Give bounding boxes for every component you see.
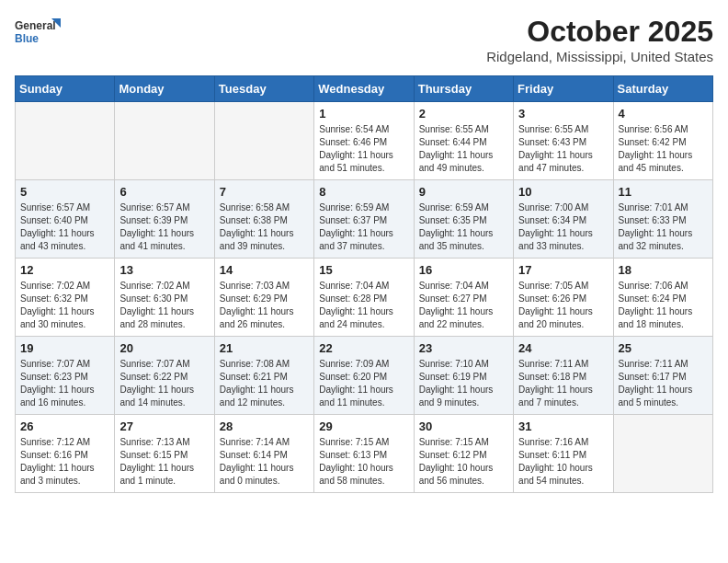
weekday-header-monday: Monday [115,76,214,102]
day-number: 26 [20,419,109,433]
week-row-2: 5Sunrise: 6:57 AM Sunset: 6:40 PM Daylig… [16,180,713,259]
calendar-cell: 4Sunrise: 6:56 AM Sunset: 6:42 PM Daylig… [613,102,712,180]
day-number: 4 [619,107,708,121]
day-info: Sunrise: 7:12 AM Sunset: 6:16 PM Dayligh… [20,436,109,488]
day-info: Sunrise: 7:11 AM Sunset: 6:17 PM Dayligh… [619,358,708,409]
calendar-cell: 18Sunrise: 7:06 AM Sunset: 6:24 PM Dayli… [613,259,712,337]
day-number: 20 [119,341,209,355]
day-number: 24 [518,341,608,355]
calendar-cell: 22Sunrise: 7:09 AM Sunset: 6:20 PM Dayli… [314,337,414,415]
day-info: Sunrise: 7:09 AM Sunset: 6:20 PM Dayligh… [319,358,408,409]
weekday-header-friday: Friday [514,76,613,102]
day-number: 10 [518,185,608,199]
day-info: Sunrise: 7:13 AM Sunset: 6:15 PM Dayligh… [119,436,209,488]
day-info: Sunrise: 7:02 AM Sunset: 6:30 PM Dayligh… [119,280,209,331]
day-info: Sunrise: 7:03 AM Sunset: 6:29 PM Dayligh… [220,280,309,331]
day-info: Sunrise: 6:58 AM Sunset: 6:38 PM Dayligh… [220,201,309,253]
day-number: 5 [20,185,109,199]
day-info: Sunrise: 7:07 AM Sunset: 6:23 PM Dayligh… [20,358,109,409]
logo-icon: General Blue [15,15,61,50]
calendar-cell: 14Sunrise: 7:03 AM Sunset: 6:29 PM Dayli… [214,259,313,337]
calendar-cell [115,102,214,180]
page-header: General Blue October 2025 Ridgeland, Mis… [15,15,713,64]
calendar-cell: 25Sunrise: 7:11 AM Sunset: 6:17 PM Dayli… [613,337,712,415]
day-info: Sunrise: 7:15 AM Sunset: 6:12 PM Dayligh… [419,436,508,488]
day-number: 1 [319,107,408,121]
weekday-header-thursday: Thursday [414,76,513,102]
calendar-table: SundayMondayTuesdayWednesdayThursdayFrid… [15,75,713,493]
day-number: 22 [319,341,408,355]
calendar-cell: 2Sunrise: 6:55 AM Sunset: 6:44 PM Daylig… [414,102,513,180]
calendar-cell: 26Sunrise: 7:12 AM Sunset: 6:16 PM Dayli… [16,415,115,493]
day-info: Sunrise: 6:56 AM Sunset: 6:42 PM Dayligh… [619,123,708,175]
calendar-title: October 2025 [486,15,713,49]
calendar-cell: 5Sunrise: 6:57 AM Sunset: 6:40 PM Daylig… [16,180,115,259]
day-number: 16 [419,263,508,277]
day-number: 9 [419,185,508,199]
day-number: 29 [319,419,408,433]
day-info: Sunrise: 7:16 AM Sunset: 6:11 PM Dayligh… [518,436,608,488]
calendar-subtitle: Ridgeland, Mississippi, United States [486,49,713,64]
calendar-cell: 13Sunrise: 7:02 AM Sunset: 6:30 PM Dayli… [115,259,214,337]
day-number: 11 [619,185,708,199]
day-number: 25 [619,341,708,355]
calendar-cell: 29Sunrise: 7:15 AM Sunset: 6:13 PM Dayli… [314,415,414,493]
calendar-cell: 17Sunrise: 7:05 AM Sunset: 6:26 PM Dayli… [514,259,613,337]
title-area: October 2025 Ridgeland, Mississippi, Uni… [486,15,713,64]
day-info: Sunrise: 6:57 AM Sunset: 6:40 PM Dayligh… [20,201,109,253]
day-number: 28 [220,419,309,433]
day-number: 27 [119,419,209,433]
day-info: Sunrise: 6:57 AM Sunset: 6:39 PM Dayligh… [119,201,209,253]
day-info: Sunrise: 7:11 AM Sunset: 6:18 PM Dayligh… [518,358,608,409]
week-row-3: 12Sunrise: 7:02 AM Sunset: 6:32 PM Dayli… [16,259,713,337]
calendar-cell: 21Sunrise: 7:08 AM Sunset: 6:21 PM Dayli… [214,337,313,415]
day-number: 23 [419,341,508,355]
calendar-cell: 28Sunrise: 7:14 AM Sunset: 6:14 PM Dayli… [214,415,313,493]
day-number: 18 [619,263,708,277]
day-info: Sunrise: 6:59 AM Sunset: 6:35 PM Dayligh… [419,201,508,253]
day-info: Sunrise: 7:05 AM Sunset: 6:26 PM Dayligh… [518,280,608,331]
week-row-4: 19Sunrise: 7:07 AM Sunset: 6:23 PM Dayli… [16,337,713,415]
day-number: 19 [20,341,109,355]
day-info: Sunrise: 7:00 AM Sunset: 6:34 PM Dayligh… [518,201,608,253]
day-number: 7 [220,185,309,199]
svg-text:General: General [15,19,56,32]
calendar-cell: 6Sunrise: 6:57 AM Sunset: 6:39 PM Daylig… [115,180,214,259]
calendar-cell: 1Sunrise: 6:54 AM Sunset: 6:46 PM Daylig… [314,102,414,180]
day-number: 13 [119,263,209,277]
day-number: 12 [20,263,109,277]
calendar-cell: 24Sunrise: 7:11 AM Sunset: 6:18 PM Dayli… [514,337,613,415]
week-row-1: 1Sunrise: 6:54 AM Sunset: 6:46 PM Daylig… [16,102,713,180]
day-info: Sunrise: 7:15 AM Sunset: 6:13 PM Dayligh… [319,436,408,488]
day-info: Sunrise: 7:10 AM Sunset: 6:19 PM Dayligh… [419,358,508,409]
calendar-cell: 8Sunrise: 6:59 AM Sunset: 6:37 PM Daylig… [314,180,414,259]
day-info: Sunrise: 6:59 AM Sunset: 6:37 PM Dayligh… [319,201,408,253]
calendar-cell: 3Sunrise: 6:55 AM Sunset: 6:43 PM Daylig… [514,102,613,180]
day-info: Sunrise: 7:14 AM Sunset: 6:14 PM Dayligh… [220,436,309,488]
logo: General Blue [15,15,61,50]
svg-text:Blue: Blue [15,32,39,45]
weekday-header-sunday: Sunday [16,76,115,102]
day-info: Sunrise: 6:54 AM Sunset: 6:46 PM Dayligh… [319,123,408,175]
day-info: Sunrise: 7:01 AM Sunset: 6:33 PM Dayligh… [619,201,708,253]
calendar-cell: 16Sunrise: 7:04 AM Sunset: 6:27 PM Dayli… [414,259,513,337]
day-info: Sunrise: 7:04 AM Sunset: 6:27 PM Dayligh… [419,280,508,331]
day-number: 17 [518,263,608,277]
day-number: 15 [319,263,408,277]
calendar-cell: 23Sunrise: 7:10 AM Sunset: 6:19 PM Dayli… [414,337,513,415]
calendar-cell: 10Sunrise: 7:00 AM Sunset: 6:34 PM Dayli… [514,180,613,259]
week-row-5: 26Sunrise: 7:12 AM Sunset: 6:16 PM Dayli… [16,415,713,493]
day-info: Sunrise: 6:55 AM Sunset: 6:43 PM Dayligh… [518,123,608,175]
day-number: 2 [419,107,508,121]
calendar-cell: 9Sunrise: 6:59 AM Sunset: 6:35 PM Daylig… [414,180,513,259]
day-info: Sunrise: 7:04 AM Sunset: 6:28 PM Dayligh… [319,280,408,331]
day-info: Sunrise: 6:55 AM Sunset: 6:44 PM Dayligh… [419,123,508,175]
day-number: 3 [518,107,608,121]
day-info: Sunrise: 7:07 AM Sunset: 6:22 PM Dayligh… [119,358,209,409]
calendar-cell [16,102,115,180]
day-info: Sunrise: 7:08 AM Sunset: 6:21 PM Dayligh… [220,358,309,409]
calendar-cell: 11Sunrise: 7:01 AM Sunset: 6:33 PM Dayli… [613,180,712,259]
day-number: 8 [319,185,408,199]
day-number: 30 [419,419,508,433]
day-info: Sunrise: 7:02 AM Sunset: 6:32 PM Dayligh… [20,280,109,331]
